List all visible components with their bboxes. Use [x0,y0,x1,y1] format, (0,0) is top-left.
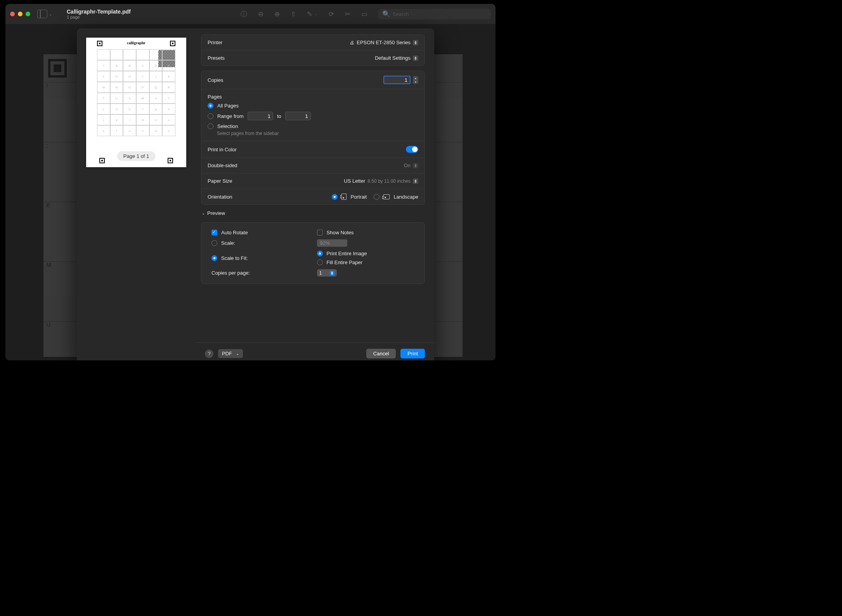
updown-icon: ▲▼ [413,163,418,168]
scale-value[interactable]: 92% [317,239,347,247]
chevron-down-icon: ⌄ [202,211,205,215]
window-title: Calligraphr-Template.pdf [67,9,131,15]
portrait-radio[interactable]: Portrait [332,194,367,200]
page-thumbnail: calligraphr ?ABCDEFGHIJKMNOPQRTUVWXYcdef… [86,38,186,167]
traffic-lights [10,12,30,16]
print-options-card: Copies ▲▼ Pages All Pages Range from to [201,71,425,205]
scale-radio[interactable]: Scale: [211,239,309,247]
double-sided-label: Double-sided [208,163,237,168]
titlebar: ⌄ Calligraphr-Template.pdf 1 page ⓘ ⊖ ⊕ … [5,4,495,24]
chevron-down-icon: ⌄ [236,351,239,356]
updown-icon: ▲▼ [330,271,334,275]
print-entire-image-radio[interactable]: Print Entire Image [317,251,415,256]
orientation-label: Orientation [208,194,232,200]
rotate-icon[interactable]: ⟳ [329,10,334,18]
copies-input[interactable] [383,76,411,84]
landscape-icon [383,194,390,199]
scale-to-fit-radio[interactable]: Scale to Fit: [211,251,309,265]
color-toggle[interactable] [406,146,418,153]
paper-size-select[interactable]: US Letter 8.50 by 11.00 inches ▲▼ [344,178,418,184]
preview-card: Auto Rotate Show Notes Scale: 92% Scale … [201,222,425,284]
search-input[interactable] [393,11,487,17]
updown-icon: ▲▼ [413,178,418,184]
portrait-icon [341,194,347,200]
print-button[interactable]: Print [400,349,425,358]
form-icon[interactable]: ▭ [361,10,367,18]
help-button[interactable]: ? [205,350,213,358]
info-icon[interactable]: ⓘ [241,10,247,19]
pdf-dropdown[interactable]: PDF⌄ [218,349,243,358]
paper-size-label: Paper Size [208,178,232,184]
search-field[interactable]: 🔍 [378,9,491,19]
print-preview-pane: calligraphr ?ABCDEFGHIJKMNOPQRTUVWXYcdef… [77,28,196,360]
range-from-input[interactable] [248,112,273,120]
chevron-down-icon[interactable]: ⌄ [49,12,52,16]
all-pages-radio[interactable]: All Pages [208,103,418,109]
pages-label: Pages [208,94,418,100]
zoom-in-icon[interactable]: ⊕ [274,10,280,18]
close-window-icon[interactable] [10,12,15,16]
dialog-footer: ? PDF⌄ Cancel Print [196,343,434,360]
share-icon[interactable]: ⇧ [291,10,296,18]
landscape-radio[interactable]: Landscape [374,194,418,200]
fullscreen-window-icon[interactable] [26,12,30,16]
updown-icon: ▲▼ [413,55,418,61]
range-to-input[interactable] [285,112,311,120]
updown-icon: ▲▼ [413,40,418,45]
copies-label: Copies [208,77,223,83]
printer-select[interactable]: 🖨 EPSON ET-2850 Series ▲▼ [350,40,418,45]
markup-icon[interactable]: ✎ [307,10,312,18]
crop-icon[interactable]: ✂ [345,10,350,18]
cancel-button[interactable]: Cancel [366,349,396,358]
presets-label: Presets [208,55,225,61]
window-subtitle: 1 page [67,15,131,19]
range-radio[interactable] [208,113,213,119]
sidebar-toggle-icon[interactable] [37,10,47,18]
selection-radio[interactable]: Selection [208,123,418,129]
fill-entire-paper-radio[interactable]: Fill Entire Paper [317,260,415,265]
app-window: ⌄ Calligraphr-Template.pdf 1 page ⓘ ⊖ ⊕ … [5,4,495,360]
print-dialog: calligraphr ?ABCDEFGHIJKMNOPQRTUVWXYcdef… [77,28,434,360]
selection-hint: Select pages from the sidebar [217,131,418,136]
copies-per-page-label: Copies per page: [211,269,309,277]
printer-label: Printer [208,40,222,45]
minimize-window-icon[interactable] [18,12,23,16]
search-icon: 🔍 [382,10,390,18]
printer-icon: 🖨 [350,40,354,45]
copies-stepper[interactable]: ▲▼ [413,76,418,84]
color-label: Print in Color [208,147,237,152]
auto-rotate-checkbox[interactable]: Auto Rotate [211,230,309,235]
presets-select[interactable]: Default Settings ▲▼ [375,55,418,61]
printer-presets-card: Printer 🖨 EPSON ET-2850 Series ▲▼ Preset… [201,35,425,66]
copies-per-page-select[interactable]: 1 ▲▼ [317,269,337,277]
preview-disclosure[interactable]: ⌄ Preview [201,209,425,218]
page-indicator: Page 1 of 1 [117,151,156,161]
chevron-down-icon[interactable]: ⌄ [315,12,318,16]
double-sided-select[interactable]: On ▲▼ [404,163,418,168]
zoom-out-icon[interactable]: ⊖ [258,10,263,18]
show-notes-checkbox[interactable]: Show Notes [317,230,415,235]
